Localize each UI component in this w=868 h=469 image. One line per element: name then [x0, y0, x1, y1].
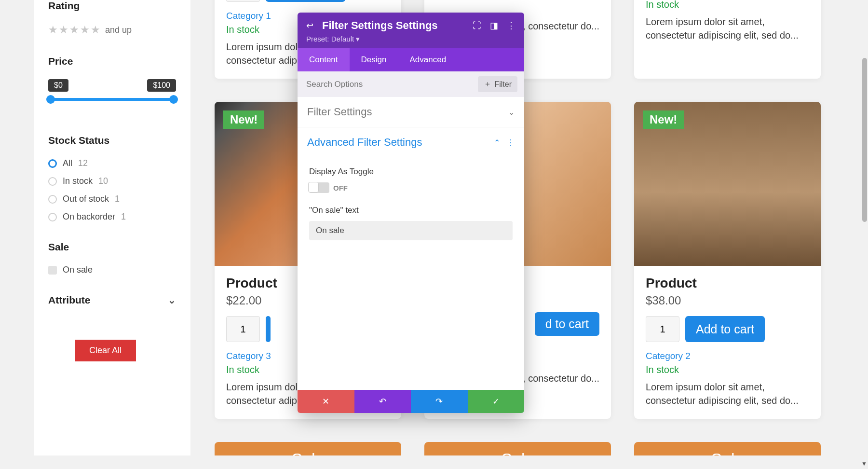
onsale-text-input[interactable] — [309, 221, 513, 240]
display-toggle-label: Display As Toggle — [309, 167, 513, 177]
modal-title: Filter Settings Settings — [322, 19, 464, 32]
product-card: New! Product $38.00 Add to cart Category… — [634, 102, 821, 419]
stock-status: In stock — [646, 364, 809, 375]
stock-label: In stock — [63, 176, 93, 186]
attribute-toggle[interactable]: Attribute ⌄ — [48, 294, 176, 306]
stock-count: 12 — [78, 158, 88, 168]
scrollbar-thumb[interactable] — [862, 58, 867, 222]
radio-icon — [48, 159, 57, 168]
product-desc: Lorem ipsum dolor sit amet, consectetur … — [646, 15, 809, 42]
tab-advanced[interactable]: Advanced — [398, 48, 458, 71]
stock-label: All — [63, 158, 72, 168]
onsale-text-label: "On sale" text — [309, 206, 513, 215]
caret-down-icon: ▾ — [356, 35, 360, 43]
onsale-label: On sale — [63, 265, 93, 275]
snap-icon[interactable]: ◨ — [490, 20, 498, 31]
more-icon[interactable]: ⋮ — [507, 138, 515, 147]
display-as-toggle[interactable] — [309, 182, 329, 193]
qty-input[interactable] — [226, 0, 260, 2]
preset-dropdown[interactable]: Preset: Default ▾ — [306, 35, 515, 43]
star-icon: ★ — [59, 24, 68, 36]
and-up-label: and up — [105, 25, 132, 35]
new-badge: New! — [223, 110, 264, 129]
expand-icon[interactable]: ⛶ — [473, 21, 481, 31]
add-to-cart-button[interactable] — [266, 316, 271, 342]
add-to-cart-button[interactable]: Add to cart — [685, 316, 765, 342]
price-title: Price — [48, 55, 176, 67]
stock-option-instock[interactable]: In stock 10 — [48, 176, 176, 186]
filter-btn-label: Filter — [494, 80, 512, 89]
qty-input[interactable] — [646, 316, 679, 342]
sale-banner: Sale — [634, 442, 821, 455]
star-icon: ★ — [48, 24, 58, 36]
price-min-label: $0 — [48, 79, 68, 92]
filter-sidebar: Rating ★ ★ ★ ★ ★ and up Price $0 $100 — [34, 0, 190, 455]
stock-label: Out of stock — [63, 194, 109, 204]
scroll-down-icon[interactable]: ▼ — [861, 460, 867, 467]
product-card: Category 2 In stock Lorem ipsum dolor si… — [634, 0, 821, 79]
stock-label: On backorder — [63, 212, 115, 222]
back-icon[interactable]: ↩ — [306, 20, 313, 31]
add-filter-button[interactable]: ＋ Filter — [478, 76, 517, 92]
close-icon: ✕ — [322, 396, 329, 407]
chevron-down-icon: ⌄ — [168, 294, 176, 306]
checkbox-icon — [48, 266, 57, 275]
star-row[interactable]: ★ ★ ★ ★ ★ — [48, 24, 100, 36]
advanced-filter-section[interactable]: Advanced Filter Settings ⌃ ⋮ — [298, 127, 524, 157]
check-icon: ✓ — [492, 396, 500, 407]
toggle-state-label: OFF — [333, 184, 348, 192]
stock-option-oos[interactable]: Out of stock 1 — [48, 194, 176, 204]
plus-icon: ＋ — [484, 79, 491, 89]
preset-label: Preset: Default — [306, 35, 354, 43]
product-price: $38.00 — [646, 294, 809, 307]
chevron-up-icon: ⌃ — [494, 138, 500, 147]
sale-banner: Sale — [424, 442, 611, 455]
filter-settings-section[interactable]: Filter Settings ⌄ — [298, 97, 524, 127]
radio-icon — [48, 195, 57, 204]
discard-button[interactable]: ✕ — [298, 390, 354, 413]
star-icon: ★ — [80, 24, 90, 36]
section-title: Advanced Filter Settings — [307, 136, 422, 149]
more-icon[interactable]: ⋮ — [507, 20, 515, 31]
attribute-title: Attribute — [48, 294, 91, 306]
settings-modal: ↩ Filter Settings Settings ⛶ ◨ ⋮ Preset:… — [298, 13, 524, 413]
star-icon: ★ — [69, 24, 79, 36]
toggle-knob — [308, 182, 319, 193]
radio-icon — [48, 177, 57, 186]
undo-icon: ↶ — [379, 396, 386, 407]
stock-status: In stock — [646, 0, 809, 10]
redo-icon: ↷ — [435, 396, 443, 407]
product-image[interactable]: New! — [634, 102, 821, 266]
product-title[interactable]: Product — [646, 276, 809, 291]
slider-handle-min[interactable] — [46, 95, 55, 104]
stock-option-all[interactable]: All 12 — [48, 158, 176, 168]
sale-title: Sale — [48, 241, 176, 253]
search-options-input[interactable] — [304, 77, 410, 92]
onsale-checkbox[interactable]: On sale — [48, 265, 176, 275]
new-badge: New! — [643, 110, 684, 129]
clear-all-button[interactable]: Clear All — [75, 340, 136, 361]
stock-count: 1 — [115, 194, 120, 204]
stock-title: Stock Status — [48, 135, 176, 146]
add-to-cart-button[interactable]: Add to cart — [266, 0, 345, 2]
stock-count: 1 — [121, 212, 126, 222]
qty-input[interactable] — [226, 316, 260, 342]
radio-icon — [48, 213, 57, 221]
price-slider[interactable] — [48, 98, 176, 101]
stock-count: 10 — [98, 176, 108, 186]
tab-design[interactable]: Design — [350, 48, 398, 71]
star-icon: ★ — [91, 24, 100, 36]
product-desc: Lorem ipsum dolor sit amet, consectetur … — [646, 380, 809, 407]
rating-title: Rating — [48, 0, 176, 12]
price-max-label: $100 — [147, 79, 176, 92]
tab-content[interactable]: Content — [298, 48, 350, 71]
undo-button[interactable]: ↶ — [354, 390, 411, 413]
save-button[interactable]: ✓ — [468, 390, 525, 413]
section-title: Filter Settings — [307, 106, 372, 118]
stock-option-backorder[interactable]: On backorder 1 — [48, 212, 176, 222]
slider-handle-max[interactable] — [169, 95, 178, 104]
chevron-down-icon: ⌄ — [508, 108, 515, 117]
redo-button[interactable]: ↷ — [411, 390, 468, 413]
add-to-cart-button[interactable]: d to cart — [535, 312, 599, 336]
category-link[interactable]: Category 2 — [646, 351, 809, 361]
